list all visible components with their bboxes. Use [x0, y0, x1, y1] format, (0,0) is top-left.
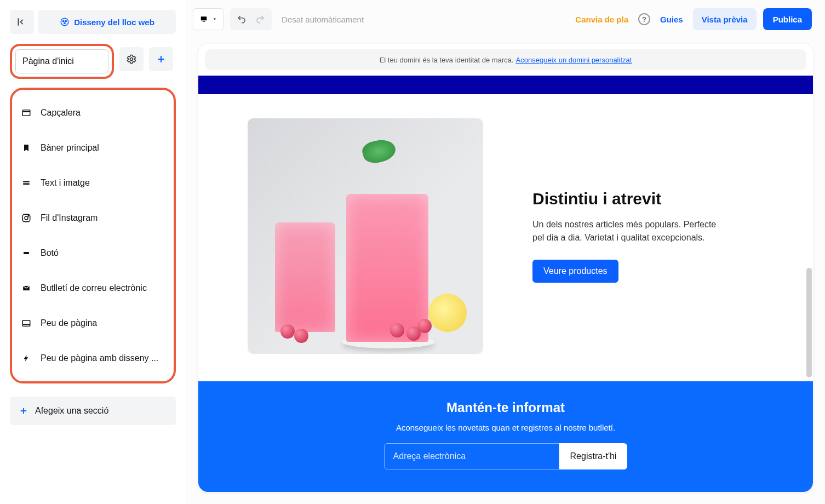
svg-point-2 [65, 20, 66, 21]
guides-link[interactable]: Guies [657, 15, 686, 24]
canvas: El teu domini és la teva identitat de ma… [198, 44, 813, 492]
section-label: Botó [41, 248, 59, 258]
page-select-row: Pàgina d'inici [10, 44, 176, 79]
plus-icon [156, 54, 167, 65]
palette-icon [60, 17, 70, 27]
newsletter-form: Registra-t'hi [209, 443, 802, 469]
section-item-footer[interactable]: Peu de pàgina [16, 306, 169, 341]
feature-text: Distintiu i atrevit Un dels nostres arti… [532, 190, 730, 283]
main: Desat automàticament Canvia de pla ? Gui… [186, 0, 825, 504]
svg-rect-7 [23, 181, 30, 182]
newsletter-section: Mantén-te informat Aconsegueix les novet… [198, 381, 813, 492]
section-item-header[interactable]: Capçalera [16, 95, 169, 130]
feature-section: Distintiu i atrevit Un dels nostres arti… [198, 94, 813, 381]
publish-button[interactable]: Publica [763, 8, 812, 30]
device-dropdown[interactable] [193, 8, 224, 30]
svg-rect-8 [23, 184, 30, 185]
page-select-value: Pàgina d'inici [22, 56, 74, 66]
instagram-icon [21, 213, 32, 223]
newsletter-submit-button[interactable]: Registra-t'hi [559, 443, 628, 469]
svg-point-3 [64, 22, 65, 24]
site-preview-scroll[interactable]: Distintiu i atrevit Un dels nostres arti… [198, 76, 813, 492]
button-icon [21, 250, 32, 256]
change-plan-link[interactable]: Canvia de pla [572, 15, 632, 24]
newsletter-title: Mantén-te informat [209, 400, 802, 415]
site-header-strip [198, 76, 813, 94]
redo-icon [255, 14, 265, 24]
svg-point-10 [25, 216, 28, 220]
section-list: Capçalera Bàner principal Text i imatge … [16, 95, 169, 376]
section-label: Capçalera [41, 108, 81, 118]
add-section-button[interactable]: Afegeix una secció [10, 397, 176, 425]
undo-icon [237, 14, 247, 24]
feature-body: Un dels nostres articles més populars. P… [532, 218, 730, 244]
domain-banner-text: El teu domini és la teva identitat de ma… [380, 56, 514, 64]
footer-icon [21, 318, 32, 328]
text-image-icon [21, 179, 32, 187]
section-item-newsletter[interactable]: Butlletí de correu electrònic [16, 271, 169, 306]
section-item-banner[interactable]: Bàner principal [16, 130, 169, 165]
svg-point-1 [63, 20, 64, 21]
undo-redo-group [230, 8, 272, 30]
exit-editor-button[interactable] [10, 10, 34, 34]
section-label: Fil d'Instagram [41, 213, 98, 223]
preview-button[interactable]: Vista prèvia [693, 8, 757, 30]
domain-banner-link[interactable]: Aconsegueix un domini personalitzat [516, 56, 632, 64]
newsletter-email-input[interactable] [384, 443, 559, 469]
section-label: Peu de pàgina [41, 318, 97, 328]
section-label: Text i imatge [41, 178, 90, 188]
topbar: Desat automàticament Canvia de pla ? Gui… [186, 0, 825, 38]
section-item-button[interactable]: Botó [16, 236, 169, 271]
redo-button[interactable] [251, 10, 270, 28]
section-item-footer-design[interactable]: Peu de pàgina amb disseny ... [16, 341, 169, 376]
undo-button[interactable] [232, 10, 251, 28]
bolt-icon [21, 353, 32, 363]
section-item-instagram[interactable]: Fil d'Instagram [16, 201, 169, 236]
add-page-button[interactable] [149, 47, 173, 71]
bookmark-icon [21, 144, 32, 152]
svg-rect-5 [22, 110, 30, 116]
svg-point-0 [61, 18, 68, 26]
sidebar-top-row: Disseny del lloc web [10, 10, 176, 34]
feature-cta-button[interactable]: Veure productes [532, 260, 618, 283]
section-label: Bàner principal [41, 143, 99, 153]
section-label: Peu de pàgina amb disseny ... [41, 353, 158, 363]
site-design-label: Disseny del lloc web [74, 18, 154, 27]
feature-image [248, 118, 483, 354]
newsletter-subtitle: Aconsegueix les novetats quan et registr… [209, 423, 802, 432]
page-select[interactable]: Pàgina d'inici [15, 49, 108, 73]
header-icon [21, 108, 32, 118]
add-section-label: Afegeix una secció [35, 406, 108, 416]
scrollbar[interactable] [806, 268, 812, 377]
svg-point-11 [28, 215, 29, 216]
svg-rect-12 [24, 252, 29, 254]
svg-rect-13 [22, 320, 30, 327]
section-item-text-image[interactable]: Text i imatge [16, 165, 169, 201]
plus-icon [19, 406, 28, 416]
sidebar: Disseny del lloc web Pàgina d'inici Capç… [0, 0, 186, 504]
section-label: Butlletí de correu electrònic [41, 283, 147, 293]
desktop-icon [199, 15, 209, 23]
sections-highlight: Capçalera Bàner principal Text i imatge … [10, 88, 176, 383]
mail-icon [21, 284, 32, 292]
exit-icon [16, 16, 27, 27]
help-icon[interactable]: ? [638, 13, 650, 25]
gear-icon [126, 54, 137, 65]
page-settings-button[interactable] [119, 47, 144, 71]
svg-rect-15 [201, 16, 207, 20]
svg-point-4 [130, 58, 133, 61]
svg-rect-16 [203, 21, 205, 22]
site-design-button[interactable]: Disseny del lloc web [38, 10, 176, 34]
domain-banner: El teu domini és la teva identitat de ma… [205, 49, 806, 70]
feature-title: Distintiu i atrevit [532, 190, 730, 208]
chevron-down-icon [212, 16, 217, 22]
save-status: Desat automàticament [282, 15, 364, 24]
page-select-highlight: Pàgina d'inici [10, 44, 114, 79]
